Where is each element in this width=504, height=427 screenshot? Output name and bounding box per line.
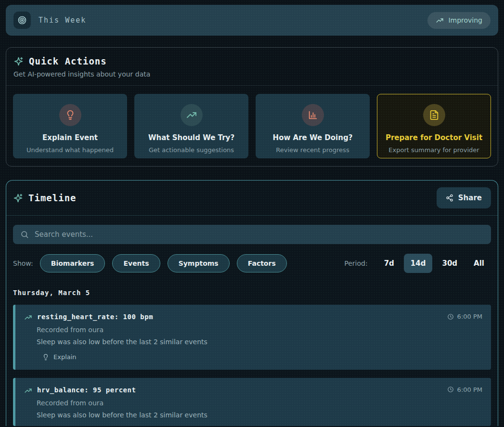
quick-actions-title: Quick Actions [29,56,107,66]
card-title: What Should We Try? [148,133,234,142]
period-label: Period: [344,259,367,267]
event-source: Recorded from oura [37,326,482,334]
event-title: resting_heart_rate: 100 bpm [37,313,153,321]
event-insight: Sleep was also low before the last 2 sim… [37,411,482,419]
quick-actions-header: Quick Actions Get AI-powered insights ab… [6,48,498,86]
show-label: Show: [13,259,33,267]
what-should-we-try-card[interactable]: What Should We Try? Get actionable sugge… [134,94,248,158]
card-title: Explain Event [42,133,98,142]
lightbulb-icon [42,354,49,361]
event-time-label: 6:00 PM [457,313,482,320]
clock-icon [447,313,454,320]
prepare-doctor-visit-card[interactable]: Prepare for Doctor Visit Export summary … [377,94,491,158]
target-icon [13,12,31,29]
event-time: 6:00 PM [447,313,482,320]
explain-event-card[interactable]: Explain Event Understand what happened [13,94,127,158]
period-selector: Period: 7d 14d 30d All [344,254,491,273]
event-insight: Sleep was also low before the last 2 sim… [37,338,482,346]
period-30d[interactable]: 30d [435,254,464,273]
trending-up-icon [24,387,32,395]
event-source: Recorded from oura [37,399,482,407]
how-are-we-doing-card[interactable]: How Are We Doing? Review recent progress [256,94,370,158]
search-box [13,225,491,244]
share-label: Share [458,194,482,202]
quick-actions-cards: Explain Event Understand what happened W… [6,86,498,166]
explain-button[interactable]: Explain [42,353,77,361]
filter-chips: Biomarkers Events Symptoms Factors [40,254,287,272]
lightbulb-icon [59,104,81,126]
card-subtitle: Export summary for provider [388,146,479,154]
period-7d[interactable]: 7d [377,254,401,273]
timeline-body: Show: Biomarkers Events Symptoms Factors… [6,216,498,426]
trending-up-icon [181,104,203,126]
quick-actions-section: Quick Actions Get AI-powered insights ab… [6,47,498,167]
timeline-section: Timeline Share [6,180,498,426]
search-icon [20,230,29,239]
sparkles-icon [13,193,23,203]
period-14d[interactable]: 14d [404,254,433,273]
date-header: Thursday, March 5 [13,289,491,297]
share-icon [446,194,453,202]
trend-status-badge[interactable]: Improving [427,12,491,29]
card-subtitle: Get actionable suggestions [149,146,234,154]
trending-up-icon [436,16,444,25]
bar-chart-icon [302,104,324,126]
quick-actions-subtitle: Get AI-powered insights about your data [13,70,491,78]
card-subtitle: Review recent progress [276,146,349,154]
period-all[interactable]: All [467,254,491,273]
card-title: Prepare for Doctor Visit [386,133,482,142]
filter-chip-biomarkers[interactable]: Biomarkers [40,254,105,272]
file-text-icon [423,104,445,126]
sparkles-icon [13,56,24,66]
card-title: How Are We Doing? [273,133,353,142]
event-title: hrv_balance: 95 percent [37,386,136,394]
event-time-label: 6:00 PM [457,386,482,393]
event-card-hrv-balance[interactable]: hrv_balance: 95 percent 6:00 PM Recorded… [13,378,491,426]
filter-chip-factors[interactable]: Factors [237,254,287,272]
card-subtitle: Understand what happened [26,146,114,154]
timeline-title: Timeline [28,193,77,203]
event-time: 6:00 PM [447,386,482,393]
search-input[interactable] [35,230,484,239]
timeline-header: Timeline Share [6,181,498,216]
filter-row: Show: Biomarkers Events Symptoms Factors… [13,254,491,273]
status-bar-title: This Week [39,16,86,25]
filter-chip-symptoms[interactable]: Symptoms [168,254,230,272]
status-bar: This Week Improving [6,5,498,36]
share-button[interactable]: Share [437,187,491,208]
event-card-resting-heart-rate[interactable]: resting_heart_rate: 100 bpm 6:00 PM Reco… [13,305,491,370]
explain-label: Explain [53,353,77,361]
page: This Week Improving Quick Actions [0,0,504,427]
filter-chip-events[interactable]: Events [112,254,160,272]
trending-up-icon [24,313,32,322]
clock-icon [447,386,454,393]
trend-status-label: Improving [448,16,482,24]
